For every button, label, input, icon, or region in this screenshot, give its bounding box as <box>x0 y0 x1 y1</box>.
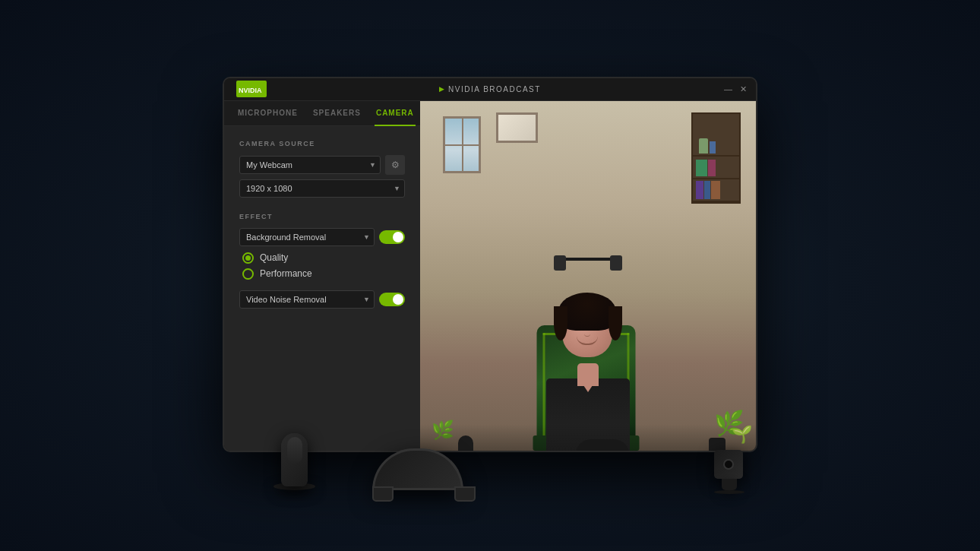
app-title: NVIDIA BROADCAST <box>448 85 541 93</box>
camera-preview: 🌿 🌱 🌿 <box>420 101 756 451</box>
camera-source-label: CAMERA SOURCE <box>239 140 405 147</box>
desk-headphones <box>372 448 476 502</box>
quality-option[interactable]: Quality <box>242 252 405 264</box>
quality-radio[interactable] <box>242 252 254 264</box>
performance-label: Performance <box>260 268 312 279</box>
minimize-button[interactable]: — <box>724 84 732 93</box>
sidebar-content: CAMERA SOURCE My Webcam Default Camera U… <box>224 126 420 451</box>
headphones-hint <box>576 439 629 451</box>
device-dropdown-container: My Webcam Default Camera USB Camera ▼ <box>239 156 381 174</box>
quality-label: Quality <box>260 252 288 263</box>
desk-webcam <box>714 450 744 494</box>
bg-picture <box>496 112 538 143</box>
effect-label: EFFECT <box>239 213 405 220</box>
tab-speakers[interactable]: SPEAKERS <box>311 101 362 126</box>
toggle-knob <box>393 232 403 242</box>
second-effect-dropdown-container: Video Noise Removal Background Removal B… <box>239 290 375 309</box>
app-body: MICROPHONE SPEAKERS CAMERA CAMERA SOURCE <box>224 101 756 451</box>
app-window: NVIDIA ▶ NVIDIA BROADCAST — ✕ <box>224 78 756 451</box>
second-toggle-knob <box>393 294 403 305</box>
second-effect-dropdown[interactable]: Video Noise Removal Background Removal B… <box>239 290 375 309</box>
performance-option[interactable]: Performance <box>242 268 405 280</box>
title-bar: NVIDIA ▶ NVIDIA BROADCAST — ✕ <box>224 78 756 101</box>
effect-dropdown-container: Background Removal Background Blur Video… <box>239 228 375 246</box>
device-dropdown-row: My Webcam Default Camera USB Camera ▼ ⚙ <box>239 155 405 175</box>
second-effect-dropdown-row: Video Noise Removal Background Removal B… <box>239 290 405 309</box>
effect-dropdown-row: Background Removal Background Blur Video… <box>239 228 405 246</box>
second-effect-toggle[interactable] <box>379 293 405 306</box>
device-dropdown[interactable]: My Webcam Default Camera USB Camera <box>239 156 381 174</box>
effect-dropdown[interactable]: Background Removal Background Blur Video… <box>239 228 375 246</box>
performance-radio[interactable] <box>242 268 254 280</box>
nvidia-logo-area: NVIDIA <box>236 81 267 97</box>
effect-section: EFFECT Background Removal Background Blu… <box>239 213 405 309</box>
bg-window <box>443 116 481 173</box>
play-icon: ▶ <box>439 85 444 93</box>
nvidia-logo-icon: NVIDIA <box>236 81 267 97</box>
quality-radio-fill <box>245 255 251 261</box>
peripherals-decoration <box>420 424 756 451</box>
headset <box>554 258 622 273</box>
resolution-dropdown[interactable]: 1920 x 1080 1280 x 720 3840 x 2160 <box>239 179 405 198</box>
quality-options: Quality Performance <box>242 252 405 280</box>
hair <box>558 299 618 361</box>
resolution-dropdown-container: 1920 x 1080 1280 x 720 3840 x 2160 ▼ <box>239 179 405 198</box>
desk-microphone <box>281 433 308 490</box>
close-button[interactable]: ✕ <box>740 84 747 94</box>
title-center: ▶ NVIDIA BROADCAST <box>439 85 541 93</box>
tab-bar: MICROPHONE SPEAKERS CAMERA <box>224 101 420 126</box>
person-figure <box>527 223 649 451</box>
camera-settings-button[interactable]: ⚙ <box>385 155 405 175</box>
camera-source-section: CAMERA SOURCE My Webcam Default Camera U… <box>239 140 405 198</box>
tab-camera[interactable]: CAMERA <box>375 101 416 126</box>
svg-text:NVIDIA: NVIDIA <box>239 87 262 94</box>
settings-icon: ⚙ <box>391 160 400 170</box>
monitor-wrapper: NVIDIA ▶ NVIDIA BROADCAST — ✕ <box>0 0 980 551</box>
tab-microphone[interactable]: MICROPHONE <box>236 101 299 126</box>
smallcam-hint <box>709 438 726 451</box>
bg-shelf <box>691 112 741 204</box>
sidebar: MICROPHONE SPEAKERS CAMERA CAMERA SOURCE <box>224 101 420 451</box>
preview-area: 🌿 🌱 🌿 <box>420 101 756 451</box>
window-controls: — ✕ <box>724 84 747 94</box>
effect-toggle[interactable] <box>379 230 405 244</box>
